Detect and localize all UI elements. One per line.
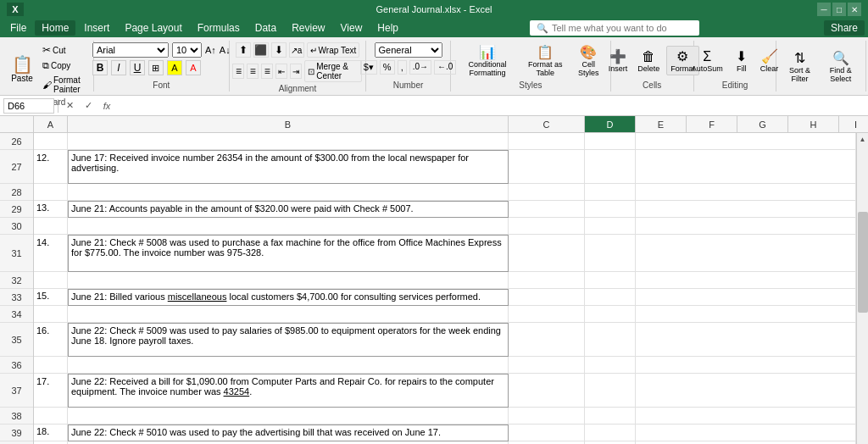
cell-rest32[interactable] — [636, 272, 856, 289]
cell-reference-box[interactable] — [3, 98, 54, 114]
cell-d36[interactable] — [585, 357, 636, 374]
increase-font-icon[interactable]: A↑ — [205, 45, 216, 55]
cell-d33[interactable] — [585, 289, 636, 306]
cancel-formula-icon[interactable]: ✕ — [62, 98, 77, 114]
font-name-select[interactable]: Arial — [92, 42, 169, 58]
tell-me-input[interactable] — [552, 23, 687, 33]
fill-button[interactable]: ⬇ Fill — [730, 47, 754, 75]
cell-c31[interactable] — [509, 235, 585, 272]
window-controls[interactable]: ─ □ ✕ — [817, 3, 861, 16]
cell-a32[interactable] — [34, 272, 68, 289]
col-header-g[interactable]: G — [737, 116, 788, 132]
cell-c32[interactable] — [509, 272, 585, 289]
confirm-formula-icon[interactable]: ✓ — [81, 98, 96, 114]
cell-rest34[interactable] — [636, 306, 856, 323]
scroll-up-btn[interactable]: ▲ — [857, 133, 868, 145]
cell-d34[interactable] — [585, 306, 636, 323]
cell-a35[interactable]: 16. — [34, 323, 68, 357]
copy-button[interactable]: ⧉ Copy — [39, 58, 88, 73]
cell-b35[interactable]: June 22: Check # 5009 was used to pay sa… — [68, 323, 509, 357]
cut-button[interactable]: ✂ Cut — [39, 42, 88, 58]
merge-center-button[interactable]: ⊡ Merge & Center — [304, 60, 362, 82]
align-top-icon[interactable]: ⬆ — [236, 42, 251, 58]
minimize-btn[interactable]: ─ — [817, 3, 831, 16]
right-align-icon[interactable]: ≡ — [261, 64, 273, 79]
cell-d39[interactable] — [585, 425, 636, 441]
cell-rest29[interactable] — [636, 201, 856, 218]
row-35[interactable]: 35 — [0, 323, 33, 357]
menu-help[interactable]: Help — [370, 20, 405, 36]
cell-d38[interactable] — [585, 408, 636, 425]
row-32[interactable]: 32 — [0, 272, 33, 289]
col-header-c[interactable]: C — [509, 116, 585, 132]
cell-a36[interactable] — [34, 357, 68, 374]
cell-d31[interactable] — [585, 235, 636, 272]
col-header-e[interactable]: E — [636, 116, 687, 132]
cell-d29[interactable] — [585, 201, 636, 218]
cell-rest30[interactable] — [636, 218, 856, 235]
comma-button[interactable]: , — [398, 60, 407, 75]
row-29[interactable]: 29 — [0, 201, 33, 218]
cell-rest26[interactable] — [636, 133, 856, 150]
cell-c37[interactable] — [509, 374, 585, 408]
col-header-f[interactable]: F — [687, 116, 737, 132]
bold-button[interactable]: B — [92, 60, 108, 75]
cell-b32[interactable] — [68, 272, 509, 289]
fill-color-button[interactable]: A — [167, 60, 182, 75]
cell-c36[interactable] — [509, 357, 585, 374]
percent-button[interactable]: % — [380, 60, 395, 75]
col-header-a[interactable]: A — [34, 116, 68, 132]
cell-b36[interactable] — [68, 357, 509, 374]
formula-input[interactable] — [118, 101, 865, 111]
cell-c39[interactable] — [509, 425, 585, 441]
insert-button[interactable]: ➕ Insert — [605, 47, 632, 75]
font-color-button[interactable]: A — [186, 60, 201, 75]
cell-c38[interactable] — [509, 408, 585, 425]
cell-d35[interactable] — [585, 323, 636, 357]
decrease-indent-icon[interactable]: ⇤ — [275, 64, 287, 79]
underline-button[interactable]: U — [130, 60, 145, 75]
menu-insert[interactable]: Insert — [77, 20, 116, 36]
cell-c30[interactable] — [509, 218, 585, 235]
scroll-thumb[interactable] — [858, 212, 868, 313]
decrease-font-icon[interactable]: A↓ — [220, 45, 231, 55]
cell-b33[interactable]: June 21: Billed various miscellaneous lo… — [68, 289, 509, 306]
cell-rest35[interactable] — [636, 323, 856, 357]
row-27[interactable]: 27 — [0, 150, 33, 184]
cell-rest39[interactable] — [636, 425, 856, 441]
find-select-button[interactable]: 🔍 Find & Select — [821, 48, 861, 85]
sort-filter-button[interactable]: ⇅ Sort & Filter — [782, 48, 817, 85]
cell-b34[interactable] — [68, 306, 509, 323]
row-36[interactable]: 36 — [0, 357, 33, 374]
conditional-formatting-button[interactable]: 📊 Conditional Formatting — [456, 42, 519, 79]
increase-decimal-icon[interactable]: .0→ — [409, 60, 431, 75]
cell-b37[interactable]: June 22: Received a bill for $1,090.00 f… — [68, 374, 509, 408]
cell-c27[interactable] — [509, 150, 585, 184]
menu-page-layout[interactable]: Page Layout — [118, 20, 188, 36]
col-header-b[interactable]: B — [68, 116, 509, 132]
cell-c28[interactable] — [509, 184, 585, 201]
cell-rest28[interactable] — [636, 184, 856, 201]
cell-a27[interactable]: 12. — [34, 150, 68, 184]
row-33[interactable]: 33 — [0, 289, 33, 306]
cell-c29[interactable] — [509, 201, 585, 218]
cell-c33[interactable] — [509, 289, 585, 306]
cell-a30[interactable] — [34, 218, 68, 235]
share-btn[interactable]: Share — [824, 20, 865, 36]
cell-b38[interactable] — [68, 408, 509, 425]
delete-button[interactable]: 🗑 Delete — [634, 47, 663, 75]
row-31[interactable]: 31 — [0, 235, 33, 272]
cell-b30[interactable] — [68, 218, 509, 235]
left-align-icon[interactable]: ≡ — [232, 64, 244, 79]
col-header-d[interactable]: D — [585, 116, 636, 132]
cell-d27[interactable] — [585, 150, 636, 184]
cell-rest37[interactable] — [636, 374, 856, 408]
menu-data[interactable]: Data — [248, 20, 283, 36]
cell-d32[interactable] — [585, 272, 636, 289]
cell-rest33[interactable] — [636, 289, 856, 306]
insert-function-icon[interactable]: fx — [99, 98, 114, 114]
row-26[interactable]: 26 — [0, 133, 33, 150]
cell-b28[interactable] — [68, 184, 509, 201]
align-middle-icon[interactable]: ⬛ — [253, 42, 269, 58]
cell-a39[interactable]: 18. — [34, 425, 68, 441]
